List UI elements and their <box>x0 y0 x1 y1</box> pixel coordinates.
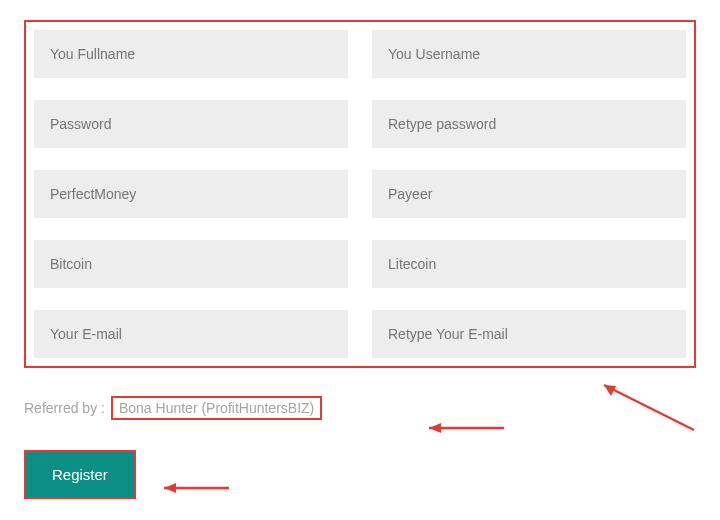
referral-row: Referred by : Bona Hunter (ProfitHunters… <box>24 396 696 420</box>
retype-email-field[interactable] <box>372 310 686 358</box>
svg-marker-1 <box>604 385 616 396</box>
register-button[interactable]: Register <box>24 450 136 499</box>
annotation-arrow-referral <box>419 418 509 438</box>
fullname-field[interactable] <box>34 30 348 78</box>
annotation-arrow-register <box>154 478 234 498</box>
perfectmoney-field[interactable] <box>34 170 348 218</box>
bitcoin-field[interactable] <box>34 240 348 288</box>
form-grid <box>24 20 696 368</box>
svg-marker-3 <box>429 423 441 433</box>
username-field[interactable] <box>372 30 686 78</box>
referral-label: Referred by : <box>24 400 105 416</box>
password-field[interactable] <box>34 100 348 148</box>
registration-form-wrapper: Referred by : Bona Hunter (ProfitHunters… <box>24 20 696 499</box>
litecoin-field[interactable] <box>372 240 686 288</box>
email-field[interactable] <box>34 310 348 358</box>
referral-value: Bona Hunter (ProfitHuntersBIZ) <box>111 396 322 420</box>
svg-marker-5 <box>164 483 176 493</box>
retype-password-field[interactable] <box>372 100 686 148</box>
payeer-field[interactable] <box>372 170 686 218</box>
